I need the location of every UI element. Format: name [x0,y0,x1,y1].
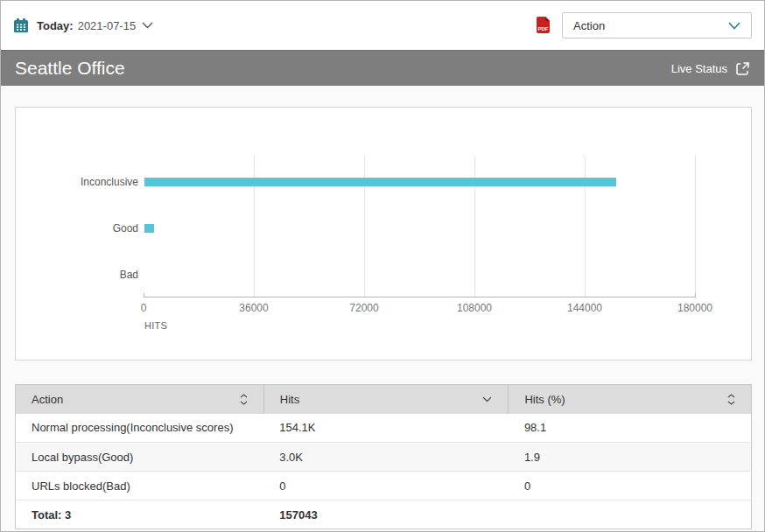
table-cell: 3.0K [263,443,509,472]
column-label: Hits [280,393,483,406]
table-cell [509,500,752,529]
selected-date: 2021-07-15 [78,19,137,32]
bar-chart: 03600072000108000144000180000Inconclusiv… [15,107,752,360]
live-status-link[interactable]: Live Status [671,61,750,76]
x-axis-tick-label: 180000 [677,302,712,314]
table-cell: 0 [263,472,509,500]
pdf-export-icon[interactable]: PDF [536,17,551,35]
chevron-down-icon [142,22,153,29]
table-row: Normal processing(Inconclusive scores)15… [16,414,752,443]
column-label: Action [32,393,240,406]
section-header: Seattle Office Live Status [1,50,764,86]
chevron-down-icon [728,22,740,30]
table-cell: URLs blocked(Bad) [16,472,264,500]
action-dropdown[interactable]: Action [562,12,752,38]
x-axis-tick-label: 36000 [239,302,268,314]
table-cell: 1.9 [509,443,752,472]
sort-icon [727,394,735,405]
chart-gridline [695,156,696,297]
table-header: ActionHitsHits (%) [16,385,752,414]
x-axis-title: HITS [144,320,167,331]
dashboard-page: Today: 2021-07-15 PDF Action Seattle Off… [0,0,765,532]
table-cell: Total: 3 [16,500,264,529]
svg-text:PDF: PDF [538,26,549,32]
column-label: Hits (%) [524,393,727,406]
x-axis-tick-label: 108000 [457,302,492,314]
table-cell: 0 [509,472,752,500]
date-selector[interactable]: Today: 2021-07-15 [13,18,153,33]
x-axis-tick-label: 72000 [349,302,378,314]
column-header-action[interactable]: Action [16,385,264,414]
x-axis-end-tick [144,293,144,298]
table-cell: 157043 [263,500,509,529]
page-title: Seattle Office [15,58,125,79]
table-row: URLs blocked(Bad)00 [16,472,752,500]
live-status-label: Live Status [671,62,727,75]
x-axis-end-tick [695,293,696,298]
table-row: Local bypass(Good)3.0K1.9 [16,443,752,472]
x-axis-tick-label: 144000 [567,302,602,314]
chart-category-label: Inconclusive [25,176,138,188]
sort-icon [240,394,248,405]
table-cell: Normal processing(Inconclusive scores) [16,414,264,443]
table-body: Normal processing(Inconclusive scores)15… [16,414,752,529]
chart-bar[interactable] [144,224,154,233]
table-total-row: Total: 3157043 [16,500,752,529]
chart-category-label: Bad [25,269,138,281]
topbar: Today: 2021-07-15 PDF Action [1,1,764,50]
x-axis-tick-label: 0 [141,302,147,314]
table-cell: Local bypass(Good) [16,443,264,472]
column-header-hits[interactable]: Hits (%) [509,385,752,414]
content-area: 03600072000108000144000180000Inconclusiv… [1,86,764,532]
action-dropdown-label: Action [573,19,728,32]
column-header-hits[interactable]: Hits [263,385,509,414]
chart-category-label: Good [25,222,138,234]
calendar-icon [13,18,29,33]
action-summary-table: ActionHitsHits (%) Normal processing(Inc… [15,384,752,529]
x-axis-line [144,297,696,298]
table-cell: 98.1 [509,414,752,443]
external-link-icon [735,61,750,76]
sort-desc-icon [482,396,492,402]
table-cell: 154.1K [263,414,509,443]
chart-bar[interactable] [144,178,616,186]
today-label: Today: [37,19,74,32]
